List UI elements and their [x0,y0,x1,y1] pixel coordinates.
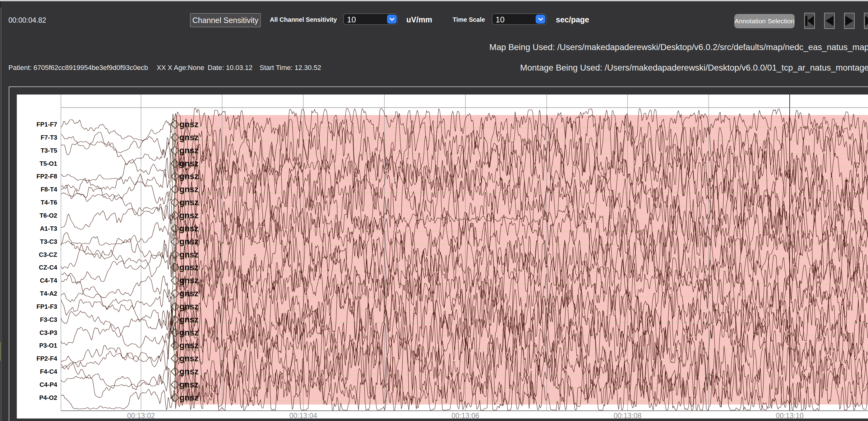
svg-text:gnsz: gnsz [179,276,199,285]
svg-text:T3-T5: T3-T5 [41,147,57,154]
svg-text:gnsz: gnsz [179,146,199,155]
svg-text:gnsz: gnsz [179,367,199,376]
svg-text:00:13:08: 00:13:08 [614,412,642,419]
svg-text:F7-T3: F7-T3 [41,134,57,141]
svg-text:FP2-F8: FP2-F8 [36,173,57,180]
svg-text:gnsz: gnsz [179,380,199,389]
svg-text:F4-C4: F4-C4 [40,368,57,375]
svg-text:00:13:02: 00:13:02 [127,412,155,419]
svg-text:C3-P3: C3-P3 [39,329,57,336]
svg-text:C3-CZ: C3-CZ [39,251,57,258]
svg-text:FP1-F7: FP1-F7 [36,121,57,128]
svg-text:T6-O2: T6-O2 [39,212,57,219]
svg-text:T3-C3: T3-C3 [40,238,57,245]
svg-text:T4-A2: T4-A2 [40,290,57,297]
svg-text:A1-T3: A1-T3 [40,225,57,232]
svg-text:gnsz: gnsz [179,120,199,129]
svg-text:gnsz: gnsz [179,172,199,181]
svg-text:gnsz: gnsz [179,211,199,220]
svg-text:gnsz: gnsz [179,302,199,311]
svg-text:gnsz: gnsz [179,354,199,363]
svg-text:gnsz: gnsz [179,393,199,402]
svg-text:00:13:04: 00:13:04 [289,412,317,419]
svg-text:F3-C3: F3-C3 [40,316,57,323]
svg-text:gnsz: gnsz [179,250,199,259]
svg-text:T4-T6: T4-T6 [41,199,57,206]
svg-text:gnsz: gnsz [179,237,199,246]
svg-text:gnsz: gnsz [179,133,199,142]
svg-text:P4-O2: P4-O2 [39,394,57,401]
svg-text:T5-O1: T5-O1 [39,160,57,167]
svg-text:00:13:06: 00:13:06 [452,412,479,419]
svg-text:C4-P4: C4-P4 [39,381,58,388]
svg-text:gnsz: gnsz [179,341,199,350]
svg-text:00:13:10: 00:13:10 [776,412,804,419]
svg-text:gnsz: gnsz [179,289,199,298]
svg-text:FP2-F4: FP2-F4 [36,355,58,362]
svg-text:C4-T4: C4-T4 [40,277,57,284]
svg-text:F8-T4: F8-T4 [41,186,58,193]
svg-text:gnsz: gnsz [179,224,199,233]
svg-text:gnsz: gnsz [179,185,199,194]
svg-text:P3-O1: P3-O1 [39,342,57,349]
svg-text:gnsz: gnsz [179,315,199,324]
svg-text:gnsz: gnsz [179,263,199,272]
svg-text:gnsz: gnsz [179,198,199,207]
svg-text:gnsz: gnsz [179,328,199,337]
svg-text:CZ-C4: CZ-C4 [39,264,58,271]
svg-text:gnsz: gnsz [179,159,199,168]
svg-text:FP1-F3: FP1-F3 [36,303,57,310]
